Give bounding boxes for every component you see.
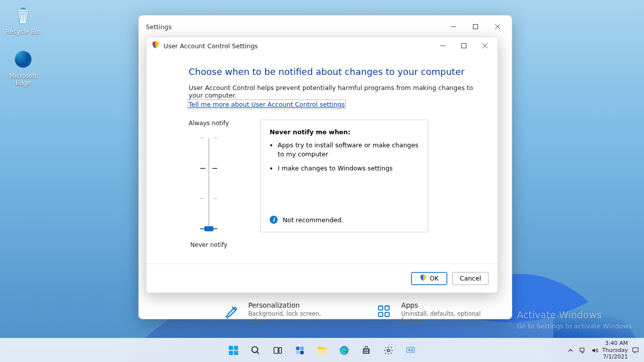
shield-icon xyxy=(151,41,159,51)
shield-icon xyxy=(420,274,427,283)
uac-description: User Account Control helps prevent poten… xyxy=(189,84,479,99)
start-button[interactable] xyxy=(224,341,243,360)
tray-chevron-up-icon[interactable] xyxy=(566,346,575,355)
widgets-button[interactable] xyxy=(290,341,309,360)
svg-rect-19 xyxy=(318,349,327,353)
edge-icon xyxy=(12,48,34,70)
edge-taskbar-button[interactable] xyxy=(335,341,354,360)
svg-rect-24 xyxy=(365,351,366,353)
svg-rect-31 xyxy=(633,347,638,351)
slider-bottom-label: Never notify xyxy=(190,241,227,248)
svg-rect-18 xyxy=(300,350,304,354)
svg-rect-5 xyxy=(378,312,382,316)
svg-rect-23 xyxy=(367,349,368,351)
card-subtext: Uninstall, defaults, optional features xyxy=(401,310,500,324)
info-bullet: I make changes to Windows settings xyxy=(278,164,419,173)
uac-window-title: User Account Control Settings xyxy=(164,42,258,50)
svg-rect-0 xyxy=(18,10,29,12)
card-heading: Apps xyxy=(401,301,500,309)
cancel-button[interactable]: Cancel xyxy=(452,272,489,285)
svg-rect-2 xyxy=(473,25,478,29)
svg-rect-15 xyxy=(296,346,300,350)
desktop-icon-label: Microsoft Edge xyxy=(5,72,41,86)
svg-rect-8 xyxy=(229,345,233,349)
svg-rect-25 xyxy=(367,351,368,353)
tray-volume-icon[interactable] xyxy=(590,346,599,355)
task-view-button[interactable] xyxy=(268,341,287,360)
settings-taskbar-button[interactable] xyxy=(379,341,398,360)
info-panel-footer: Not recommended. xyxy=(283,216,343,224)
svg-rect-3 xyxy=(378,306,382,310)
uac-minimize-button[interactable] xyxy=(432,39,453,53)
microsoft-edge-desktop-icon[interactable]: Microsoft Edge xyxy=(5,48,41,86)
uac-heading: Choose when to be notified about changes… xyxy=(189,66,479,77)
svg-rect-17 xyxy=(296,350,300,354)
ok-button[interactable]: OK xyxy=(411,272,447,285)
tray-clock[interactable]: 3:40 AM Thursday 7/1/2021 xyxy=(602,340,628,360)
file-explorer-button[interactable] xyxy=(312,341,332,360)
control-panel-taskbar-button[interactable] xyxy=(401,341,420,360)
apps-card[interactable]: Apps Uninstall, defaults, optional featu… xyxy=(374,301,500,315)
uac-close-button[interactable] xyxy=(474,39,496,53)
uac-maximize-button[interactable] xyxy=(453,39,474,53)
settings-minimize-button[interactable] xyxy=(442,19,464,34)
recycle-bin-icon xyxy=(12,4,34,26)
svg-rect-28 xyxy=(407,348,414,352)
svg-rect-9 xyxy=(234,345,238,349)
svg-point-12 xyxy=(252,346,258,352)
svg-rect-13 xyxy=(274,347,278,353)
info-icon: i xyxy=(270,216,278,224)
activation-watermark: Activate Windows Go to Settings to activ… xyxy=(517,308,634,331)
tray-network-icon[interactable] xyxy=(578,346,587,355)
slider-info-panel: Never notify me when: Apps try to instal… xyxy=(260,120,428,232)
paintbrush-icon xyxy=(221,301,240,321)
card-heading: Personalization xyxy=(248,301,334,309)
svg-rect-11 xyxy=(234,350,238,354)
uac-settings-dialog: User Account Control Settings Choose whe… xyxy=(146,37,498,293)
svg-point-26 xyxy=(387,349,390,351)
svg-rect-21 xyxy=(363,348,369,353)
taskbar: 3:40 AM Thursday 7/1/2021 xyxy=(0,338,644,362)
svg-rect-22 xyxy=(365,349,366,351)
svg-rect-7 xyxy=(462,44,466,48)
settings-maximize-button[interactable] xyxy=(464,19,487,34)
uac-notification-slider[interactable] xyxy=(202,135,215,233)
recycle-bin-desktop-icon[interactable]: Recycle Bin xyxy=(5,4,41,35)
card-subtext: Background, lock screen, colors xyxy=(248,310,334,324)
microsoft-store-button[interactable] xyxy=(357,341,376,360)
info-bullet: Apps try to install software or make cha… xyxy=(278,141,419,159)
svg-rect-10 xyxy=(229,350,233,354)
settings-close-button[interactable] xyxy=(487,19,509,34)
tray-notifications-icon[interactable] xyxy=(631,346,640,355)
slider-thumb[interactable] xyxy=(204,226,213,231)
desktop-icon-label: Recycle Bin xyxy=(5,28,41,35)
uac-learn-more-link[interactable]: Tell me more about User Account Control … xyxy=(189,101,345,108)
info-panel-title: Never notify me when: xyxy=(270,128,419,136)
personalization-card[interactable]: Personalization Background, lock screen,… xyxy=(221,301,334,315)
svg-rect-14 xyxy=(279,347,282,353)
apps-grid-icon xyxy=(374,301,393,321)
svg-rect-4 xyxy=(385,306,389,310)
slider-top-label: Always notify xyxy=(189,120,229,127)
svg-point-29 xyxy=(409,349,410,350)
svg-rect-16 xyxy=(300,346,304,350)
svg-rect-6 xyxy=(385,312,389,316)
search-button[interactable] xyxy=(246,341,265,360)
svg-rect-30 xyxy=(580,348,584,351)
settings-window-title: Settings xyxy=(146,23,172,31)
